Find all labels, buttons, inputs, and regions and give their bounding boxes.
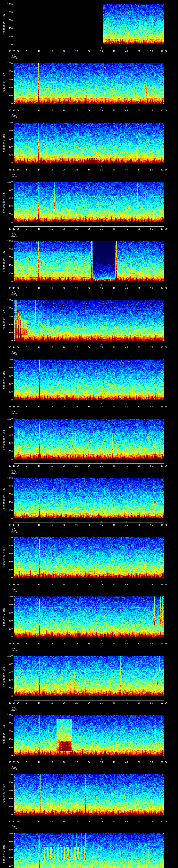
y-tick-label: 800 [9,722,13,724]
x-tick-label: 20 [63,109,65,112]
y-tick-label: 600 [9,434,13,436]
y-tick-label: 600 [9,375,13,377]
spectrogram-panel: Frequency (Hz) 0200400600800100051015202… [0,119,178,178]
x-end-time-label: 15:00 [160,346,168,348]
y-tick-label: 0 [11,339,13,342]
y-axis-title: Frequency (Hz) [3,13,5,35]
spectrogram-panel: Frequency (Hz) 0200400600800100051015202… [0,178,178,237]
x-tick-label: 15 [50,524,53,526]
x-tick-label: 40 [113,524,115,526]
y-tick-label: 0 [11,43,13,45]
x-tick-label: 20 [63,524,65,526]
y-tick-label: 1000 [7,181,13,183]
x-tick-label: 40 [113,761,115,763]
y-tick-label: 400 [9,738,13,740]
x-tick-label: 40 [113,109,115,112]
y-tick-label: 400 [9,560,13,563]
y-tick-label: 600 [9,493,13,495]
date-line: 2016 [11,709,17,711]
x-tick-label: 50 [138,702,141,704]
y-tick-label: 600 [9,789,13,792]
x-tick-label: 5 [26,702,27,704]
y-tick-label: 1000 [7,595,13,598]
x-tick-label: 35 [100,761,103,763]
date-line: 2016 [11,472,17,474]
x-tick-label: 15 [50,287,53,289]
x-tick-label: 5 [26,168,27,171]
x-tick-label: 35 [100,524,103,526]
y-axis-title: Frequency (Hz) [3,724,5,746]
y-tick-label: 600 [9,256,13,258]
x-end-time-label: 18:00 [160,524,168,526]
x-end-time-label: 12:00 [160,168,168,171]
x-end-time-label: 11:00 [160,109,168,112]
x-tick-label: 25 [75,643,78,645]
y-tick-label: 800 [9,367,13,369]
x-tick-label: 45 [125,643,128,645]
date-line: 2016 [11,353,17,355]
y-tick-label: 200 [9,628,13,630]
x-tick-label: 35 [100,820,103,823]
x-tick-label: 30 [88,524,91,526]
x-tick-label: 25 [75,228,78,230]
x-start-time-label: 15:10:00 [9,109,20,112]
y-axis-title: Frequency (Hz) [3,73,5,94]
x-tick-label: 5 [26,820,27,823]
x-tick-label: 15 [50,583,53,586]
x-tick-label: 55 [150,702,153,704]
x-tick-label: 25 [75,524,78,526]
y-tick-label: 400 [9,857,13,859]
x-start-time-label: 15:11:00 [9,168,20,171]
y-tick-label: 800 [9,307,13,309]
x-tick-label: 40 [113,820,115,823]
y-tick-label: 600 [9,848,13,851]
y-tick-label: 600 [9,315,13,317]
y-tick-label: 800 [9,189,13,191]
date-line: 2016 [11,649,17,652]
x-tick-label: 45 [125,465,128,467]
x-tick-label: 40 [113,346,115,348]
x-tick-label: 30 [88,643,91,645]
y-tick-label: 0 [11,695,13,697]
x-tick-label: 50 [138,109,141,112]
y-tick-label: 200 [9,450,13,452]
x-tick-label: 30 [88,761,91,763]
y-tick-label: 800 [9,70,13,72]
spectrogram-panel: Frequency (Hz) 0200400600800100051015202… [0,711,178,770]
y-tick-label: 0 [11,813,13,816]
x-tick-label: 25 [75,406,78,408]
x-tick-label: 55 [150,287,153,289]
x-tick-label: 45 [125,524,128,526]
y-tick-label: 200 [9,391,13,393]
y-tick-label: 1000 [7,536,13,538]
y-tick-label: 1000 [7,773,13,775]
y-tick-label: 1000 [7,714,13,716]
x-tick-label: 30 [88,465,91,467]
x-tick-label: 40 [113,702,115,704]
y-tick-label: 1000 [7,832,13,835]
y-tick-label: 600 [9,19,13,21]
x-tick-label: 15 [50,168,53,171]
x-end-time-label: 21:00 [160,702,168,704]
x-end-time-label: 10:00 [160,50,168,52]
date-line: 2016 [11,768,17,770]
x-tick-label: 50 [138,228,141,230]
y-axis-title: Frequency (Hz) [3,488,5,509]
x-tick-label: 40 [113,50,115,52]
x-tick-label: 35 [100,406,103,408]
x-tick-label: 15 [50,702,53,704]
x-tick-label: 55 [150,583,153,586]
date-line: 2016 [11,590,17,592]
x-tick-label: 10 [38,50,40,52]
x-tick-label: 45 [125,287,128,289]
x-tick-label: 10 [38,643,40,645]
x-start-time-label: 15:20:00 [9,702,20,704]
date-line: 2016 [11,235,17,237]
x-tick-label: 25 [75,50,78,52]
x-start-time-label: 15:17:00 [9,524,20,526]
x-tick-label: 50 [138,287,141,289]
y-tick-label: 200 [9,746,13,749]
y-tick-label: 400 [9,797,13,800]
x-tick-label: 35 [100,346,103,348]
x-tick-label: 50 [138,524,141,526]
